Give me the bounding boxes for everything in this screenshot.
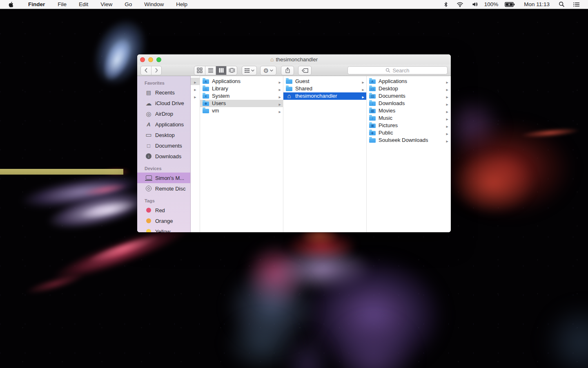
folder-icon [203, 94, 209, 99]
volume-icon[interactable] [469, 0, 481, 9]
wifi-icon[interactable] [454, 0, 466, 9]
coverflow-view-button[interactable] [226, 66, 237, 75]
search-placeholder: Search [392, 67, 409, 74]
disclosure-arrow-icon [279, 93, 281, 99]
icon-view-button[interactable] [194, 66, 205, 75]
column-view-button[interactable] [216, 66, 226, 75]
bluetooth-icon[interactable] [441, 0, 451, 9]
gear-icon: ⚙ [263, 67, 269, 74]
window-titlebar[interactable]: ⌂ thesimonchandler [137, 54, 451, 65]
disclosure-arrow-icon [446, 137, 448, 144]
file-row-vm[interactable]: vm [200, 107, 283, 114]
sidebar-favorites-list: Recents iCloud Drive AirDrop [137, 87, 190, 162]
sidebar-item-tag-orange[interactable]: Orange [137, 215, 190, 226]
disclosure-arrow-icon [362, 86, 364, 92]
sidebar-section-favorites: Favorites [137, 76, 190, 87]
spotlight-icon[interactable] [556, 0, 567, 9]
file-row-desktop[interactable]: Desktop [367, 85, 450, 92]
menu-help[interactable]: Help [170, 0, 194, 9]
sidebar-item-simons-macbook[interactable]: Simon's M... [137, 173, 190, 183]
battery-charging-icon[interactable] [502, 0, 517, 9]
apple-menu-icon[interactable] [8, 1, 14, 8]
tags-button[interactable] [298, 66, 312, 75]
file-row-music[interactable]: Music [367, 114, 450, 122]
sidebar-item-downloads[interactable]: Downloads [137, 151, 190, 162]
share-button[interactable] [281, 66, 294, 75]
sidebar-item-documents[interactable]: Documents [137, 140, 190, 151]
menu-bar: Finder File Edit View Go Window Help 100… [0, 0, 588, 9]
file-row-users[interactable]: Users [200, 100, 283, 107]
desktop: Finder File Edit View Go Window Help 100… [0, 0, 588, 368]
sidebar-item-icon [145, 185, 152, 192]
tag-color-icon [145, 207, 152, 214]
chevron-down-icon [270, 70, 273, 72]
list-view-button[interactable] [205, 66, 216, 75]
disclosure-arrow-icon [446, 86, 448, 92]
sidebar-item-desktop[interactable]: Desktop [137, 130, 190, 140]
file-name: Documents [379, 93, 446, 99]
folder-icon [369, 94, 376, 99]
sidebar-item-tag-red[interactable]: Red [137, 205, 190, 215]
file-row-applications[interactable]: Applications [367, 78, 450, 85]
disclosure-arrow-icon [279, 101, 281, 107]
sidebar-item-label: Yellow [155, 229, 170, 233]
file-row-system[interactable]: System [200, 92, 283, 100]
disclosure-arrow-icon [446, 93, 448, 99]
menu-view[interactable]: View [94, 0, 118, 9]
file-row-documents[interactable]: Documents [367, 92, 450, 100]
file-name: Desktop [379, 86, 446, 92]
chevron-right-icon [156, 68, 157, 72]
file-row-applications[interactable]: Applications [200, 78, 283, 85]
file-name: Music [379, 115, 446, 121]
menu-finder[interactable]: Finder [22, 0, 51, 9]
sidebar-item-airdrop[interactable]: AirDrop [137, 108, 190, 119]
file-name: Pictures [379, 123, 446, 128]
sidebar-item-tag-yellow[interactable]: Yellow [137, 226, 190, 232]
parent-strip-row[interactable] [191, 78, 200, 85]
sidebar-item-label: Remote Disc [155, 186, 185, 192]
sidebar-item-recents[interactable]: Recents [137, 87, 190, 98]
sidebar-item-remote-disc[interactable]: Remote Disc [137, 183, 190, 194]
file-row-thesimonchandler[interactable]: thesimonchandler [283, 92, 366, 100]
sidebar-item-label: Desktop [155, 132, 175, 138]
forward-button[interactable] [151, 66, 161, 75]
sidebar-devices-list: Simon's M... Remote Disc [137, 173, 190, 194]
folder-icon [203, 101, 209, 106]
sidebar-item-icloud-drive[interactable]: iCloud Drive [137, 98, 190, 108]
parent-column-strip [191, 76, 200, 232]
sidebar-item-icon [145, 142, 152, 149]
back-button[interactable] [141, 66, 151, 75]
navigation-buttons [140, 66, 162, 75]
menu-go[interactable]: Go [118, 0, 138, 9]
file-row-public[interactable]: Public [367, 129, 450, 137]
sidebar-item-icon [145, 100, 152, 107]
file-row-downloads[interactable]: Downloads [367, 100, 450, 107]
folder-icon [369, 131, 376, 136]
file-row-shared[interactable]: Shared [283, 85, 366, 92]
coverflow-view-icon [229, 67, 235, 73]
file-row-guest[interactable]: Guest [283, 78, 366, 85]
menu-bar-clock[interactable]: Mon 11:13 [521, 1, 553, 7]
menu-edit[interactable]: Edit [73, 0, 94, 9]
file-row-library[interactable]: Library [200, 85, 283, 92]
folder-icon [203, 109, 209, 114]
file-row-movies[interactable]: Movies [367, 107, 450, 114]
parent-strip-row[interactable] [191, 92, 200, 100]
column-home: Applications Desktop Documents [367, 76, 450, 232]
search-field[interactable]: Search [347, 66, 448, 74]
file-row-soulseek-downloads[interactable]: Soulseek Downloads [367, 137, 450, 144]
sidebar-item-label: Recents [155, 90, 175, 96]
file-row-pictures[interactable]: Pictures [367, 122, 450, 129]
sidebar-item-label: AirDrop [155, 111, 173, 117]
tag-icon [301, 68, 309, 73]
arrange-button[interactable] [242, 66, 257, 75]
disclosure-arrow-icon [279, 108, 281, 114]
action-menu-button[interactable]: ⚙ [260, 66, 276, 75]
home-folder-icon: ⌂ [270, 56, 274, 62]
sidebar-item-applications[interactable]: Applications [137, 119, 190, 130]
menu-window[interactable]: Window [138, 0, 170, 9]
notification-center-icon[interactable] [570, 0, 582, 9]
battery-percentage: 100% [484, 1, 499, 7]
menu-file[interactable]: File [51, 0, 73, 9]
parent-strip-row[interactable] [191, 85, 200, 92]
